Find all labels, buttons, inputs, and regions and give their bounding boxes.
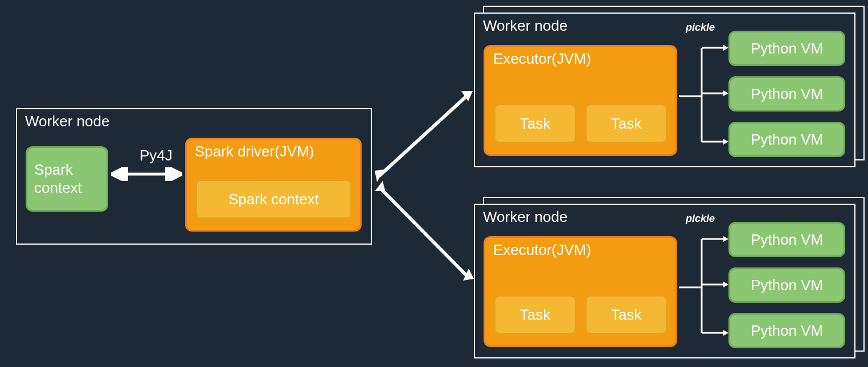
worker2-task2-box: Task — [585, 295, 668, 335]
worker1-pyvm3-box: Python VM — [728, 122, 845, 157]
worker1-task1-box: Task — [494, 104, 576, 143]
worker2-branch-arrows — [679, 228, 730, 347]
worker1-pickle-label: pickle — [686, 22, 715, 34]
worker1-node: Worker node Executor(JVM) Task Task pick… — [474, 13, 855, 167]
worker1-task2-box: Task — [585, 104, 668, 143]
svg-marker-7 — [723, 45, 728, 51]
worker2-task1-box: Task — [494, 295, 576, 335]
driver-to-worker2-arrow — [370, 176, 481, 290]
worker2-pyvm3-box: Python VM — [728, 313, 845, 348]
worker2-pickle-label: pickle — [686, 213, 715, 225]
py4j-arrow — [108, 167, 185, 181]
worker2-pyvm2-box: Python VM — [728, 267, 845, 303]
spark-driver-box: Spark driver(JVM) Spark context — [185, 138, 362, 232]
worker1-pyvm1-box: Python VM — [728, 31, 845, 66]
spark-driver-title: Spark driver(JVM) — [187, 139, 360, 164]
py4j-label: Py4J — [140, 147, 173, 164]
svg-marker-11 — [723, 139, 728, 145]
driver-worker-title: Worker node — [17, 109, 371, 134]
worker1-pyvm2-box: Python VM — [728, 76, 845, 112]
worker2-executor-box: Executor(JVM) Task Task — [484, 236, 677, 347]
spark-context-green-box: Spark context — [26, 146, 108, 212]
svg-line-24 — [379, 187, 467, 276]
svg-marker-26 — [375, 181, 385, 191]
worker1-executor-box: Executor(JVM) Task Task — [484, 45, 677, 156]
worker2-node: Worker node Executor(JVM) Task Task pick… — [474, 204, 855, 358]
worker2-pyvm1-box: Python VM — [728, 222, 845, 257]
svg-marker-9 — [723, 90, 728, 96]
svg-marker-20 — [723, 330, 728, 336]
svg-marker-18 — [723, 282, 728, 287]
worker1-branch-arrows — [679, 36, 730, 156]
svg-marker-16 — [723, 236, 728, 242]
worker1-executor-title: Executor(JVM) — [485, 47, 675, 71]
driver-to-worker1-arrow — [370, 85, 478, 188]
driver-worker-node: Worker node Spark context Spark driver(J… — [16, 108, 372, 245]
worker2-executor-title: Executor(JVM) — [485, 238, 675, 262]
spark-context-yellow-box: Spark context — [195, 179, 352, 219]
svg-line-21 — [379, 97, 466, 176]
